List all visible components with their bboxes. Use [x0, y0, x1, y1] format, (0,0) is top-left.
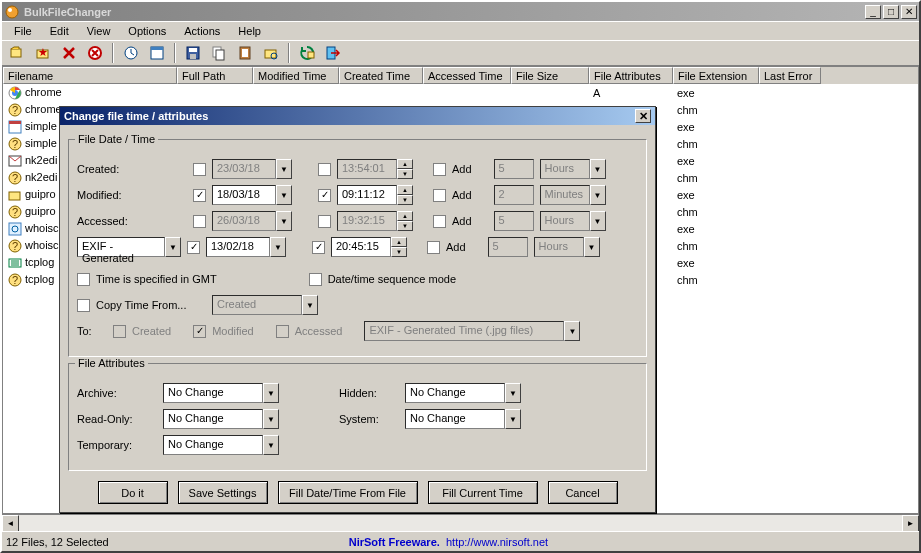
save-icon[interactable]	[182, 42, 204, 64]
paste-icon[interactable]	[234, 42, 256, 64]
column-header[interactable]: Accessed Time	[423, 67, 511, 84]
exif-time-checkbox[interactable]	[312, 241, 325, 254]
chevron-down-icon[interactable]: ▼	[263, 409, 279, 429]
modified-time-field[interactable]: 09:11:12	[337, 185, 397, 205]
chevron-down-icon[interactable]: ▼	[270, 237, 286, 257]
menu-file[interactable]: File	[6, 23, 40, 39]
spin-down-icon[interactable]: ▼	[391, 247, 407, 257]
chevron-down-icon[interactable]: ▼	[276, 211, 292, 231]
column-header[interactable]: Modified Time	[253, 67, 339, 84]
spin-up-icon[interactable]: ▲	[397, 211, 413, 221]
chevron-down-icon[interactable]: ▼	[302, 295, 318, 315]
chevron-down-icon[interactable]: ▼	[276, 185, 292, 205]
column-header[interactable]: File Size	[511, 67, 589, 84]
created-date-checkbox[interactable]	[193, 163, 206, 176]
menu-view[interactable]: View	[79, 23, 119, 39]
spin-down-icon[interactable]: ▼	[397, 221, 413, 231]
spin-up-icon[interactable]: ▲	[397, 185, 413, 195]
chevron-down-icon[interactable]: ▼	[584, 237, 600, 257]
column-header[interactable]: Full Path	[177, 67, 253, 84]
accessed-date-checkbox[interactable]	[193, 215, 206, 228]
menu-actions[interactable]: Actions	[176, 23, 228, 39]
spin-down-icon[interactable]: ▼	[397, 195, 413, 205]
menu-options[interactable]: Options	[120, 23, 174, 39]
chevron-down-icon[interactable]: ▼	[263, 435, 279, 455]
column-header[interactable]: File Extension	[673, 67, 759, 84]
sequence-checkbox[interactable]	[309, 273, 322, 286]
spin-down-icon[interactable]: ▼	[397, 169, 413, 179]
exif-label-select[interactable]: EXIF - Generated	[77, 237, 165, 257]
exif-time-field[interactable]: 20:45:15	[331, 237, 391, 257]
spin-up-icon[interactable]: ▲	[391, 237, 407, 247]
change-time-icon[interactable]	[120, 42, 142, 64]
exif-add-value[interactable]: 5	[488, 237, 528, 257]
created-add-value[interactable]: 5	[494, 159, 534, 179]
temporary-select[interactable]: No Change	[163, 435, 263, 455]
chevron-down-icon[interactable]: ▼	[590, 185, 606, 205]
horizontal-scrollbar[interactable]: ◄ ►	[2, 514, 919, 531]
modified-add-checkbox[interactable]	[433, 189, 446, 202]
copy-from-checkbox[interactable]	[77, 299, 90, 312]
accessed-add-value[interactable]: 5	[494, 211, 534, 231]
chevron-down-icon[interactable]: ▼	[276, 159, 292, 179]
add-folder-icon[interactable]: ★	[32, 42, 54, 64]
modified-unit-select[interactable]: Minutes	[540, 185, 590, 205]
modified-date-field[interactable]: 18/03/18	[212, 185, 276, 205]
maximize-button[interactable]: □	[883, 5, 899, 19]
fill-from-file-button[interactable]: Fill Date/Time From File	[278, 481, 418, 504]
accessed-time-checkbox[interactable]	[318, 215, 331, 228]
exif-date-checkbox[interactable]	[187, 241, 200, 254]
save-settings-button[interactable]: Save Settings	[178, 481, 268, 504]
table-row[interactable]: chromeAexe	[3, 84, 918, 101]
column-header[interactable]: Created Time	[339, 67, 423, 84]
created-unit-select[interactable]: Hours	[540, 159, 590, 179]
modified-add-value[interactable]: 2	[494, 185, 534, 205]
chevron-down-icon[interactable]: ▼	[590, 159, 606, 179]
add-files-icon[interactable]	[6, 42, 28, 64]
chevron-down-icon[interactable]: ▼	[590, 211, 606, 231]
system-select[interactable]: No Change	[405, 409, 505, 429]
exif-date-field[interactable]: 13/02/18	[206, 237, 270, 257]
chevron-down-icon[interactable]: ▼	[505, 409, 521, 429]
scroll-left-icon[interactable]: ◄	[2, 515, 19, 532]
explorer-icon[interactable]	[260, 42, 282, 64]
exit-icon[interactable]	[322, 42, 344, 64]
chevron-down-icon[interactable]: ▼	[165, 237, 181, 257]
modified-date-checkbox[interactable]	[193, 189, 206, 202]
modified-time-checkbox[interactable]	[318, 189, 331, 202]
cancel-button[interactable]: Cancel	[548, 481, 618, 504]
minimize-button[interactable]: _	[865, 5, 881, 19]
accessed-date-field[interactable]: 26/03/18	[212, 211, 276, 231]
clear-icon[interactable]	[84, 42, 106, 64]
created-time-checkbox[interactable]	[318, 163, 331, 176]
close-button[interactable]: ✕	[901, 5, 917, 19]
archive-select[interactable]: No Change	[163, 383, 263, 403]
accessed-time-field[interactable]: 19:32:15	[337, 211, 397, 231]
dialog-close-button[interactable]: ✕	[635, 109, 651, 123]
chevron-down-icon[interactable]: ▼	[263, 383, 279, 403]
copy-icon[interactable]	[208, 42, 230, 64]
scroll-right-icon[interactable]: ►	[902, 515, 919, 532]
menu-edit[interactable]: Edit	[42, 23, 77, 39]
exif-unit-select[interactable]: Hours	[534, 237, 584, 257]
refresh-icon[interactable]	[296, 42, 318, 64]
column-header[interactable]: Filename	[3, 67, 177, 84]
spin-up-icon[interactable]: ▲	[397, 159, 413, 169]
column-header[interactable]: File Attributes	[589, 67, 673, 84]
readonly-select[interactable]: No Change	[163, 409, 263, 429]
hidden-select[interactable]: No Change	[405, 383, 505, 403]
copy-from-select[interactable]: Created	[212, 295, 302, 315]
status-link[interactable]: http://www.nirsoft.net	[446, 536, 548, 548]
created-date-field[interactable]: 23/03/18	[212, 159, 276, 179]
chevron-down-icon[interactable]: ▼	[505, 383, 521, 403]
menu-help[interactable]: Help	[230, 23, 269, 39]
properties-icon[interactable]	[146, 42, 168, 64]
exif-add-checkbox[interactable]	[427, 241, 440, 254]
delete-icon[interactable]	[58, 42, 80, 64]
accessed-add-checkbox[interactable]	[433, 215, 446, 228]
column-header[interactable]: Last Error	[759, 67, 821, 84]
created-time-field[interactable]: 13:54:01	[337, 159, 397, 179]
fill-current-button[interactable]: Fill Current Time	[428, 481, 538, 504]
accessed-unit-select[interactable]: Hours	[540, 211, 590, 231]
created-add-checkbox[interactable]	[433, 163, 446, 176]
